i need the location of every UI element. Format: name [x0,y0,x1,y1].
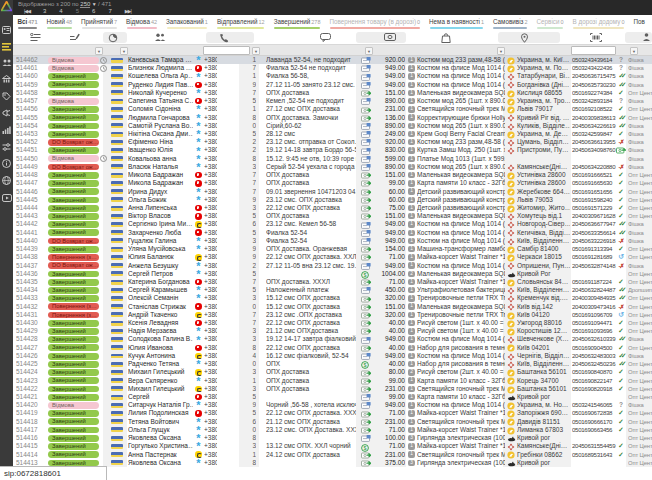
order-row[interactable]: 514436ЗавершенийСергей Петров*+3805 $100… [13,270,652,278]
client-name[interactable]: Надія Мерзаєва [128,327,193,335]
client-name[interactable]: Єфіменко Ніна [128,138,193,146]
order-row[interactable]: 514455ЗавершенийЛюдмила Гончарова*+3808О… [13,114,652,122]
tracking-number[interactable]: 0503242599847 [572,130,617,138]
pager-page-button[interactable]: 3 [43,7,46,15]
client-phone[interactable]: +380 [204,171,217,179]
order-row[interactable]: 514414ЗавершенийАнна Пастернак+380124.12… [13,451,652,459]
client-phone[interactable]: +380 [204,212,217,220]
client-name[interactable]: Андрій Ткаченко [128,311,193,319]
client-phone[interactable]: +380 [204,451,217,459]
status-badge[interactable]: Завершений [48,205,99,212]
pager-page-button[interactable]: 7 [108,7,111,15]
status-badge[interactable]: Відмова [48,57,99,64]
client-phone[interactable]: +380 [204,368,217,376]
status-badge[interactable]: Завершений [48,336,99,343]
tracking-number[interactable]: 20450634098760 [572,146,617,154]
status-badge[interactable]: Завершений [48,394,99,401]
client-name[interactable]: Канєвська Тамара … [128,56,193,64]
client-phone[interactable]: +380 [204,319,217,327]
order-row[interactable]: 514413ЗавершенийЯковлева Оксана*+3808 37… [13,459,652,467]
status-badge[interactable]: Завершений [48,451,99,458]
status-badge[interactable]: Завершений [48,188,99,195]
order-row[interactable]: 514458ЗавершенийНиколай Кучеренко*+3807О… [13,89,652,97]
status-badge[interactable]: Завершений [48,295,99,302]
order-row[interactable]: 514460ЗавершенийКошелева Ольга Ар…*+3801… [13,72,652,80]
ttn-filter-input[interactable] [571,46,616,55]
client-phone[interactable]: +380 [204,262,217,270]
status-badge[interactable]: Завершений [48,114,99,121]
tracking-number[interactable]: 20450632610339 [572,335,617,343]
status-badge[interactable]: Завершений [48,90,99,97]
status-badge[interactable]: Відмова [48,155,99,162]
status-badge[interactable]: Завершений [48,353,99,360]
tab-завершений[interactable]: Завершений278 [269,15,325,31]
order-row[interactable]: 514449DO Возврат ож…Власюк Наталья*+3803… [13,163,652,171]
client-phone[interactable]: +380 [204,303,217,311]
client-name[interactable]: Людмила Гончарова [128,114,193,122]
tab-відмова[interactable]: Відмова42 [122,15,162,31]
tracking-number[interactable]: 20400309484935 [572,294,617,302]
order-row[interactable]: 514442ЗавершенийСергієнко Ірина Ми…+3806… [13,220,652,228]
products-tag-icon[interactable] [1,90,12,101]
client-phone[interactable]: +380 [204,196,217,204]
client-name[interactable]: Радченко Тетяна [128,360,193,368]
client-name[interactable]: Гуцалюк Галина [128,237,193,245]
client-name[interactable]: Юлия Иванова [128,344,193,352]
client-phone[interactable]: +380 [204,270,217,278]
client-name[interactable]: Яковлева Оксана [128,434,193,442]
client-phone[interactable]: +380 [204,294,217,302]
tab-всі[interactable]: Всі471 [13,15,42,31]
tab-в-дорозі-додому[interactable]: В дорозі додому0 [568,15,629,31]
status-badge[interactable]: DO Возврат ож… [48,164,99,171]
client-phone[interactable]: +380 [204,327,217,335]
client-phone[interactable]: +380 [204,138,217,146]
order-row[interactable]: 514443ЗавершенийВіктор Власов+3805ОПХ до… [13,212,652,220]
order-row[interactable]: 514440DO Возврат ож…Гуцалюк Галина*+3803… [13,237,652,245]
order-row[interactable]: 514448ЗавершенийМикола Бадражан+3807ОПХ … [13,171,652,179]
status-badge[interactable]: DO Возврат ож… [48,139,99,146]
status-badge[interactable]: Завершений [48,377,99,384]
tracking-number[interactable]: 20450631554459 [572,442,617,450]
people-icon[interactable] [154,33,166,41]
status-badge[interactable]: Завершений [48,123,99,130]
video-icon[interactable] [1,192,12,203]
pager-page-current[interactable]: 5 [76,7,79,15]
client-phone[interactable]: +380 [204,426,217,434]
client-name[interactable]: Кошелева Ольга Ар… [128,72,193,80]
order-row[interactable]: 514452DO Возврат ож…Єфіменко Ніна*+38022… [13,138,652,146]
client-name[interactable]: Лилия Подолинская [128,409,193,417]
client-phone[interactable]: +380 [204,335,217,343]
client-name[interactable]: Сергієнко Ірина Ми… [128,220,193,228]
tab-сервіси[interactable]: Сервіси0 [532,15,568,31]
status-badge[interactable]: DO Возврат ож… [48,238,99,245]
tracking-number[interactable]: 0501691598240 [572,196,617,204]
company-icon[interactable] [1,73,12,84]
client-name[interactable]: Уляна Мусійовська [128,245,193,253]
filter-dropdown[interactable]: ▼ [252,47,260,55]
dashboard-icon[interactable] [1,24,12,35]
megaphone-icon[interactable] [1,107,12,118]
client-phone[interactable]: +380 [204,237,217,245]
client-phone[interactable]: +380 [204,409,217,417]
pager-first-button[interactable]: |◀◀ [24,7,30,15]
client-name[interactable]: Ксенія Левадняя [128,319,193,327]
order-row[interactable]: 514450Відмова Ковальова анна*+380815.12.… [13,155,652,163]
tracking-number[interactable]: 0501691094471 [572,319,617,327]
status-badge[interactable]: Завершений [48,81,99,88]
tracking-number[interactable]: 0501690840870 [572,368,617,376]
client-phone[interactable]: +380 [204,311,217,319]
client-phone[interactable]: +380 [204,130,217,138]
status-badge[interactable]: Завершений [48,361,99,368]
clients-icon[interactable] [1,57,12,68]
tracking-number[interactable]: 20450636613955 [572,138,617,146]
status-badge[interactable]: Завершений [48,147,99,154]
client-name[interactable]: Анна Пастернак [128,451,193,459]
client-phone[interactable]: +380 [204,89,217,97]
client-phone[interactable]: +380 [204,163,217,171]
client-name[interactable]: Кучук Антонина [128,352,193,360]
client-phone[interactable]: +380 [204,146,217,154]
tracking-number[interactable]: 0501690904500 [572,344,617,352]
barcode-icon[interactable] [590,33,602,42]
tracking-number[interactable]: 20400309838613 [572,114,617,122]
tracking-number[interactable]: 0501690820918 [572,385,617,393]
